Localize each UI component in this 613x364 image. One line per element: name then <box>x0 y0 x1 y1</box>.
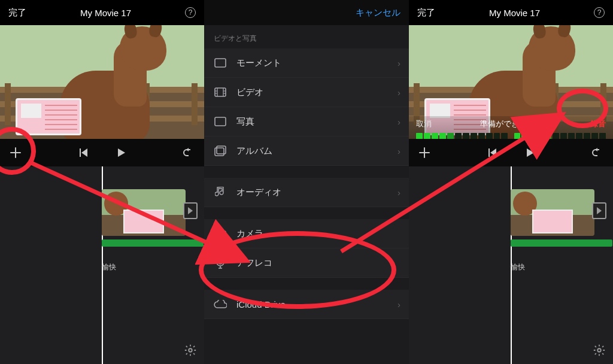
chevron-right-icon: › <box>397 58 400 68</box>
video-clip[interactable] <box>511 189 594 236</box>
play-button[interactable] <box>524 147 535 158</box>
preview-viewer: 取消 準備ができました 録音 <box>409 25 613 139</box>
section-header-media: ビデオと写真 <box>204 25 409 48</box>
audio-track[interactable] <box>511 239 612 247</box>
chevron-right-icon: › <box>397 146 400 156</box>
audio-icon <box>214 187 227 198</box>
record-cancel-button[interactable]: 取消 <box>416 119 432 129</box>
rewind-button[interactable] <box>487 147 498 158</box>
menu-item-photo[interactable]: 写真 › <box>204 107 409 136</box>
undo-button[interactable] <box>591 147 603 159</box>
add-media-button[interactable] <box>10 147 22 159</box>
rewind-button[interactable] <box>78 147 89 158</box>
svg-point-7 <box>219 232 222 236</box>
menu-label: アルバム <box>236 145 272 157</box>
transport-bar <box>0 139 204 166</box>
video-icon <box>214 87 227 97</box>
transition-handle[interactable] <box>183 202 198 219</box>
menu-item-camera[interactable]: カメラ <box>204 219 409 248</box>
clip-label: 愉快 <box>511 262 525 272</box>
project-title: My Movie 17 <box>26 8 185 18</box>
video-clip[interactable] <box>102 189 186 236</box>
preview-sign <box>16 98 81 135</box>
menu-item-icloud[interactable]: iCloud Drive › <box>204 290 409 319</box>
add-media-button[interactable] <box>418 147 430 159</box>
svg-point-9 <box>597 348 601 352</box>
menu-label: アフレコ <box>236 257 272 269</box>
play-button[interactable] <box>116 147 126 158</box>
project-title: My Movie 17 <box>435 8 594 18</box>
settings-icon[interactable] <box>593 348 606 359</box>
record-overlay: 取消 準備ができました 録音 <box>409 116 613 139</box>
audio-level-meter <box>416 133 606 139</box>
photo-icon <box>214 117 227 126</box>
record-status: 準備ができました <box>480 119 542 129</box>
chevron-right-icon: › <box>397 87 400 98</box>
done-button[interactable]: 完了 <box>417 7 435 19</box>
svg-rect-3 <box>215 117 226 126</box>
menu-label: iCloud Drive <box>236 299 286 310</box>
menu-label: カメラ <box>236 228 263 239</box>
menu-item-voiceover[interactable]: アフレコ <box>204 248 409 278</box>
top-bar: 完了 My Movie 17 ? <box>409 0 613 25</box>
svg-point-0 <box>189 348 192 352</box>
record-start-button[interactable]: 録音 <box>590 119 606 129</box>
top-bar: 完了 My Movie 17 ? <box>0 0 204 25</box>
menu-label: 写真 <box>236 116 254 128</box>
audio-track[interactable] <box>102 239 204 247</box>
chevron-right-icon: › <box>397 187 400 198</box>
album-icon <box>214 145 227 156</box>
menu-label: モーメント <box>236 57 281 69</box>
cancel-button[interactable]: キャンセル <box>356 7 400 19</box>
menu-item-video[interactable]: ビデオ › <box>204 78 409 107</box>
pane-editor-recording: 完了 My Movie 17 ? 取消 準備ができました 録音 <box>409 0 613 364</box>
svg-rect-1 <box>215 59 226 67</box>
svg-rect-8 <box>219 257 222 264</box>
menu-top-bar: キャンセル <box>204 0 409 25</box>
menu-item-moments[interactable]: モーメント › <box>204 48 409 78</box>
menu-label: ビデオ <box>236 87 263 98</box>
transport-bar <box>409 139 613 166</box>
clip-label: 愉快 <box>102 262 116 272</box>
settings-icon[interactable] <box>184 348 197 359</box>
help-icon[interactable]: ? <box>185 7 196 18</box>
menu-item-album[interactable]: アルバム › <box>204 136 409 166</box>
timeline[interactable]: 愉快 <box>409 166 613 364</box>
help-icon[interactable]: ? <box>594 7 605 18</box>
undo-button[interactable] <box>183 147 195 159</box>
camera-icon <box>214 229 227 238</box>
transition-handle[interactable] <box>592 202 606 219</box>
cloud-icon <box>214 300 227 308</box>
svg-rect-2 <box>215 88 226 96</box>
chevron-right-icon: › <box>397 117 400 127</box>
microphone-icon <box>214 257 227 269</box>
menu-item-audio[interactable]: オーディオ › <box>204 178 409 207</box>
timeline[interactable]: 愉快 <box>0 166 204 364</box>
chevron-right-icon: › <box>397 299 400 310</box>
done-button[interactable]: 完了 <box>8 7 26 19</box>
pane-editor-initial: 完了 My Movie 17 ? <box>0 0 204 364</box>
preview-viewer <box>0 25 204 139</box>
pane-add-media-menu: キャンセル ビデオと写真 モーメント › ビデオ › 写真 › <box>204 0 409 364</box>
moments-icon <box>214 58 227 68</box>
menu-label: オーディオ <box>236 187 281 198</box>
